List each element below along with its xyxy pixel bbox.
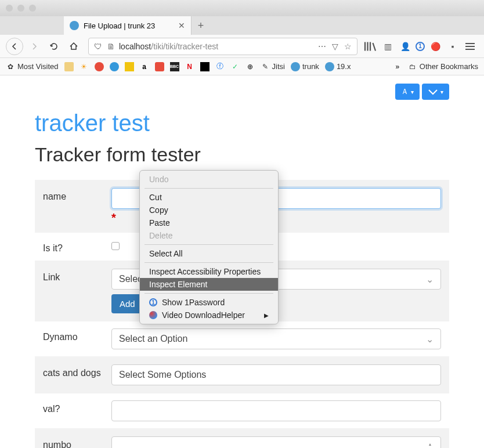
bookmark-icon[interactable] [200, 62, 210, 71]
library-icon[interactable] [363, 39, 377, 53]
extension-icon-2[interactable]: ▪ [446, 39, 460, 53]
page-actions: Ａ ▾ ▾ [35, 75, 449, 104]
tab-title: File Upload | trunk 23 [84, 21, 174, 30]
tab-bar: File Upload | trunk 23 ✕ + [0, 16, 484, 35]
url-text: localhost/tiki/tiki/tracker-test [119, 42, 314, 51]
minimize-window-icon[interactable] [17, 5, 24, 12]
ctx-delete: Delete [140, 229, 278, 242]
chevron-down-icon: ⌄ [426, 274, 434, 285]
form-row-val: val? [35, 393, 449, 427]
bookmark-bbc-icon[interactable]: BBC [170, 62, 179, 71]
close-window-icon[interactable] [6, 5, 13, 12]
bookmark-most-visited[interactable]: ✿ Most Visited [6, 62, 59, 71]
number-stepper-icon[interactable]: ▴▾ [429, 440, 437, 448]
ctx-1password[interactable]: 1 Show 1Password [140, 296, 278, 309]
other-bookmarks-folder[interactable]: 🗀 Other Bookmarks [408, 62, 478, 71]
ctx-inspect-element[interactable]: Inspect Element [140, 278, 278, 291]
form-row-numbo: numbo ▴▾ [35, 427, 449, 448]
folder-icon: 🗀 [408, 62, 417, 71]
ctx-select-all[interactable]: Select All [140, 247, 278, 260]
chevron-down-icon: ⌄ [426, 334, 434, 345]
shield-icon[interactable]: 🛡 [93, 42, 103, 51]
ctx-copy[interactable]: Copy [140, 204, 278, 216]
tiki-icon [291, 62, 300, 71]
numbo-label: numbo [43, 436, 111, 448]
video-downloadhelper-icon [149, 311, 157, 319]
new-tab-button[interactable]: + [192, 16, 210, 35]
address-bar[interactable]: 🛡 🗎 localhost/tiki/tiki/tracker-test ⋯ ▽… [88, 38, 357, 55]
ctx-cut[interactable]: Cut [140, 191, 278, 204]
bookmark-star-icon[interactable]: ☆ [343, 42, 352, 51]
dynamo-label: Dynamo [43, 328, 111, 342]
separator [145, 293, 273, 294]
bookmark-icon[interactable] [64, 62, 74, 71]
account-icon[interactable]: 👤 [398, 39, 412, 53]
sidebar-icon[interactable]: ▥ [381, 39, 395, 53]
page-title[interactable]: tracker test [35, 110, 449, 136]
ctx-inspect-a11y[interactable]: Inspect Accessibility Properties [140, 265, 278, 278]
separator [145, 188, 273, 189]
bookmark-icon[interactable] [110, 62, 119, 71]
ctx-undo: Undo [140, 173, 278, 186]
bookmark-netflix-icon[interactable]: N [185, 62, 194, 71]
bookmarks-toolbar: ✿ Most Visited ☀ a BBC N ⓕ ✓ ⊕ ✎ Jitsi t… [0, 58, 484, 75]
dynamo-select[interactable]: Select an Option ⌄ [111, 328, 441, 349]
forward-button [26, 38, 43, 55]
back-button[interactable] [6, 38, 23, 55]
separator [145, 262, 273, 263]
separator [145, 244, 273, 245]
bookmark-19x[interactable]: 19.x [325, 62, 351, 71]
name-label: name [43, 188, 111, 202]
more-icon[interactable]: ⋯ [317, 42, 327, 51]
overflow-icon[interactable]: » [393, 62, 402, 71]
translate-icon: Ａ [401, 86, 409, 97]
browser-tab[interactable]: File Upload | trunk 23 ✕ [64, 16, 192, 35]
bookmark-trunk[interactable]: trunk [291, 62, 319, 71]
bookmark-icon[interactable] [95, 62, 104, 71]
page-subtitle: Tracker form tester [35, 143, 449, 166]
numbo-input[interactable]: ▴▾ [111, 436, 441, 448]
ctx-video-dlh[interactable]: Video DownloadHelper ▶ [140, 309, 278, 321]
form-row-cats-dogs: cats and dogs Select Some Options [35, 355, 449, 393]
extension-icon[interactable]: 🔴 [428, 39, 442, 53]
onepassword-icon: 1 [149, 298, 157, 306]
chevron-down-icon: ▾ [411, 89, 414, 95]
bookmark-jitsi[interactable]: ✎ Jitsi [261, 62, 285, 71]
is-it-checkbox[interactable] [111, 242, 120, 250]
bookmark-amazon-icon[interactable]: a [140, 62, 149, 71]
bookmark-icon[interactable]: ☀ [80, 62, 89, 71]
bookmark-icon[interactable] [125, 62, 134, 71]
cats-dogs-select[interactable]: Select Some Options [111, 364, 441, 385]
chevron-down-icon [428, 88, 438, 95]
translate-button[interactable]: Ａ ▾ [395, 84, 420, 100]
context-menu: Undo Cut Copy Paste Delete Select All In… [139, 170, 279, 324]
bookmark-facebook-icon[interactable]: ⓕ [215, 62, 225, 71]
app-menu-button[interactable] [462, 38, 478, 55]
val-label: val? [43, 400, 111, 414]
tiki-icon [325, 62, 334, 71]
cats-dogs-label: cats and dogs [43, 364, 111, 378]
val-input[interactable] [111, 400, 441, 421]
bookmark-icon[interactable]: ✓ [230, 62, 240, 71]
nav-toolbar: 🛡 🗎 localhost/tiki/tiki/tracker-test ⋯ ▽… [0, 35, 484, 58]
close-tab-icon[interactable]: ✕ [178, 21, 185, 30]
page-info-icon[interactable]: 🗎 [106, 42, 115, 51]
ctx-paste[interactable]: Paste [140, 216, 278, 229]
add-button[interactable]: Add [111, 294, 143, 313]
bookmark-icon[interactable]: ⊕ [245, 62, 255, 71]
actions-dropdown-button[interactable]: ▾ [422, 84, 449, 100]
window-titlebar [0, 0, 484, 16]
onepassword-icon[interactable]: 1 [416, 42, 425, 51]
reader-icon[interactable]: ▽ [330, 42, 339, 51]
star-icon: ✿ [6, 62, 15, 71]
chevron-down-icon: ▾ [440, 89, 443, 95]
zoom-window-icon[interactable] [29, 5, 36, 12]
tab-favicon-icon [70, 21, 79, 30]
bookmark-icon[interactable] [155, 62, 164, 71]
reload-button[interactable] [45, 38, 63, 55]
dynamo-select-value: Select an Option [119, 334, 187, 344]
required-indicator: * [111, 211, 116, 225]
toolbar-extensions: ▥ 👤 1 🔴 ▪ [363, 39, 460, 53]
home-button[interactable] [65, 38, 82, 55]
submenu-arrow-icon: ▶ [264, 312, 269, 319]
